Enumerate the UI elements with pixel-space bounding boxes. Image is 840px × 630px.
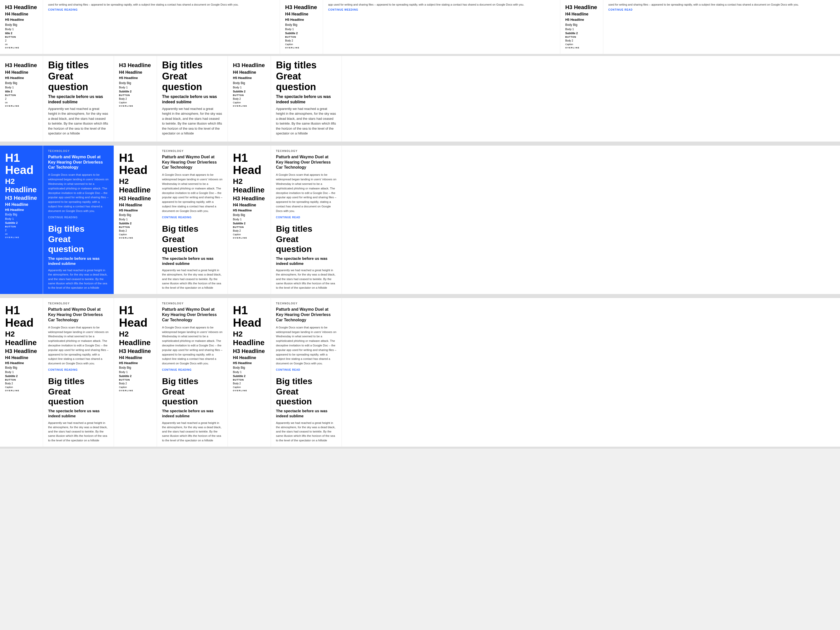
body-big-top-3: Body Big (285, 23, 318, 27)
h4-1-3: H4 Headline (233, 70, 265, 75)
subtitle2-1-2: Subtitle 2 (119, 90, 152, 93)
bbig-r3-3: Body Big (233, 366, 265, 369)
top-col-3: H3 Headline H4 Headline H5 Headline Body… (280, 0, 323, 54)
body1-s2: Body 1 (233, 218, 265, 221)
article-body-3: Apparently we had reached a great height… (276, 106, 336, 136)
caption-s2: Caption (233, 233, 265, 236)
overline-1-2: OVERLINE (119, 105, 152, 107)
h3-head-top-1: H3 Headline (5, 4, 38, 11)
subtitle2-1-1: title 2 (5, 90, 38, 93)
big-titles-2: Big titles (162, 60, 223, 71)
overline-top-1: OVERLINE (5, 47, 38, 49)
continue-reading-2[interactable]: CONTINUE READING (162, 216, 223, 219)
body-big-s2: Body Big (233, 213, 265, 217)
article-body-full-3: A Google Docs scam that appears to be wi… (276, 173, 336, 213)
abody-r3-2: A Google Docs scam that appears to be wi… (162, 325, 223, 366)
h3-r3-2: H3 Headline (119, 348, 152, 355)
continue-weeding-1[interactable]: CONTINUE WEEDING (328, 8, 555, 11)
caption-1-1: on (5, 101, 38, 104)
body2-1-3: Body 2 (233, 98, 265, 100)
cr-r3-3[interactable]: CONTINUE READ (276, 368, 336, 371)
atitle-r3-1: Patturb and Waymo Duel at Key Hearing Ov… (48, 307, 109, 323)
row-1: H3 Headline H4 Headline H5 Headline Body… (0, 56, 840, 144)
overline-blue: OVERLINE (5, 236, 38, 238)
body2-top-1: 2 (5, 39, 38, 42)
button-1-2: BUTTON (119, 94, 152, 96)
button-top-3: BUTTON (285, 36, 318, 38)
top-article-body-1: used for writing and sharing files – app… (48, 3, 275, 7)
gq-r3-3: Great question (276, 387, 336, 406)
article-body-2: Apparently we had reached a great height… (162, 106, 223, 136)
b2-r3-2: Body 2 (119, 382, 152, 385)
blue-article-col: TECHNOLOGY Patturb and Waymo Duel at Key… (43, 145, 114, 294)
sp-r3-2: The spectacle before us was indeed subli… (162, 409, 223, 419)
continue-reading-blue[interactable]: CONTINUE READING (48, 216, 109, 219)
subtitle2-top-5: Subtitle 2 (565, 32, 598, 35)
h3-head-top-5: H3 Headline (565, 4, 598, 11)
body1-top-3: Body 1 (285, 28, 318, 31)
h5-head-top-3: H5 Headline (285, 18, 318, 22)
h3-r3-1: H3 Headline (5, 348, 38, 355)
great-q-f3: Great question (276, 234, 336, 254)
overline-top-5: OVERLINE (565, 47, 598, 49)
h2-r3-2: H2 Headline (119, 330, 152, 347)
h3-1-3: H3 Headline (233, 62, 265, 69)
cr-r3-1[interactable]: CONTINUE READING (48, 368, 109, 371)
subtitle2-top-3: Subtitle 2 (285, 32, 318, 35)
h3-s1: H3 Headline (119, 195, 152, 202)
h3-head-top-3: H3 Headline (285, 4, 318, 11)
top-article-body-2: app used for writing and sharing files –… (328, 3, 555, 7)
body-big-1-1: Body Big (5, 81, 38, 85)
h5-blue: H5 Headline (5, 208, 38, 212)
h4-head-top-1: H4 Headline (5, 12, 38, 17)
top-col-6: used for writing and sharing files – app… (603, 0, 840, 54)
top-col-1: H3 Headline H4 Headline H5 Headline Body… (0, 0, 43, 54)
h4-head-top-5: H4 Headline (565, 12, 598, 17)
cap-r3-2: Caption (119, 386, 152, 388)
cap-r3-1: Caption (5, 386, 38, 388)
button-blue: BUTTON (5, 225, 38, 228)
continue-read-3[interactable]: CONTINUE READ (276, 216, 336, 219)
continue-read-2[interactable]: CONTINUE READ (608, 8, 835, 11)
spectacle-f2: The spectacle before us was indeed subli… (162, 256, 223, 266)
h1-r3-1: H1 Head (5, 304, 38, 329)
spectacle-1: The spectacle before us was indeed subli… (48, 94, 109, 105)
subtitle2-1-3: Subtitle 2 (233, 90, 265, 93)
h4-r3-1: H4 Headline (5, 355, 38, 360)
gq-r3-2: Great question (162, 387, 223, 406)
tech-label-3: TECHNOLOGY (276, 150, 336, 152)
atitle-r3-2: Patturb and Waymo Duel at Key Hearing Ov… (162, 307, 223, 323)
h5-s1: H5 Headline (119, 208, 152, 212)
h3-r3-3: H3 Headline (233, 348, 265, 355)
bt-r3-3: Big titles (276, 376, 336, 386)
article-body-1: Apparently we had reached a great height… (48, 106, 109, 136)
h4-s2: H4 Headline (233, 203, 265, 207)
body1-s1: Body 1 (119, 218, 152, 221)
article-col-2: Big titles Great question The spectacle … (157, 56, 228, 142)
b1-r3-3: Body 1 (233, 371, 265, 374)
b2-r3-1: Body 2 (5, 382, 38, 385)
button-s1: BUTTON (119, 226, 152, 228)
caption-1-3: Caption (233, 101, 265, 104)
bt-r3-2: Big titles (162, 376, 223, 386)
body2-s2: Body 2 (233, 229, 265, 232)
h5-r3-2: H5 Headline (119, 361, 152, 365)
continue-reading-1[interactable]: CONTINUE READING (48, 8, 275, 11)
type-col-1-1: H3 Headline H4 Headline H5 Headline Body… (0, 56, 43, 142)
h4-1-2: H4 Headline (119, 70, 152, 75)
h5-r3-1: H5 Headline (5, 361, 38, 365)
tech-r3-2: TECHNOLOGY (162, 302, 223, 305)
caption-top-5: Caption (565, 43, 598, 46)
overline-1-1: OVERLINE (5, 105, 38, 107)
btn-r3-2: BUTTON (119, 379, 152, 381)
top-article-row: H3 Headline H4 Headline H5 Headline Body… (0, 0, 840, 56)
subtitle2-s1: Subtitle 2 (119, 222, 152, 225)
spectacle-3: The spectacle before us was indeed subli… (276, 94, 336, 105)
abody-r3-3: A Google Docs scam that appears to be wi… (276, 325, 336, 366)
caption-blue: on (5, 233, 38, 235)
caption-1-2: Caption (119, 101, 152, 104)
spectacle-2: The spectacle before us was indeed subli… (162, 94, 223, 105)
button-top-5: BUTTON (565, 36, 598, 38)
h4-s1: H4 Headline (119, 203, 152, 207)
cr-r3-2[interactable]: CONTINUE READING (162, 368, 223, 371)
